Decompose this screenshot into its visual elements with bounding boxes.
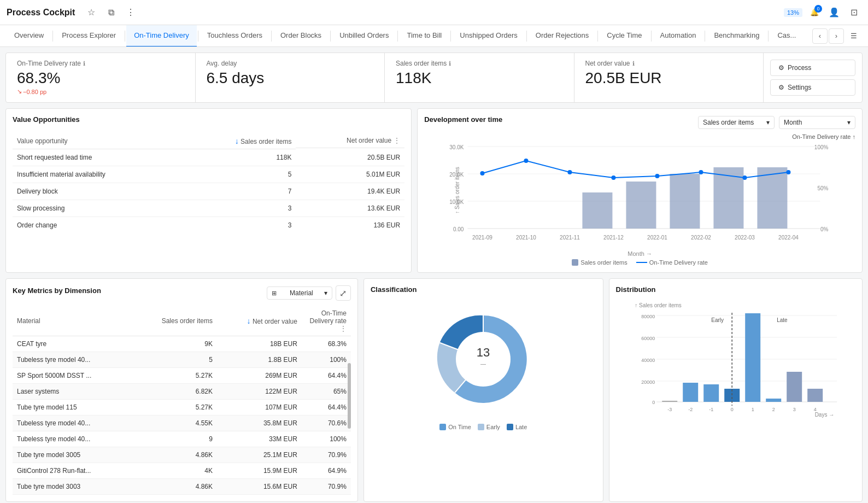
km-table-row[interactable]: Laser systems 6.82K 122M EUR 65% (13, 384, 351, 400)
svg-text:Early: Early (711, 317, 724, 323)
process-icon: ⚙ (778, 64, 784, 72)
km-table-row[interactable]: GitiControl 278 Run-flat... 4K 15.9M EUR… (13, 463, 351, 479)
tab-order-rejections[interactable]: Order Rejections (528, 25, 597, 47)
km-cell-sales: 5 (132, 352, 217, 368)
dev-dropdown-metric[interactable]: Sales order items ▾ (698, 116, 775, 129)
kpi-sales-value: 118K (396, 69, 563, 87)
km-table-row[interactable]: Tube tyre model 3005 4.86K 25.1M EUR 70.… (13, 447, 351, 463)
otd-info-icon[interactable]: ℹ (83, 60, 85, 67)
tab-touchless-orders[interactable]: Touchless Orders (200, 25, 270, 47)
svg-rect-52 (703, 384, 719, 402)
km-cell-material: Tube tyre model 3003 (13, 479, 132, 495)
dev-chart-area: 30.0K 20.0K 10.0K 0.00 100% 50% 0% (424, 141, 855, 250)
km-table-row[interactable]: Tube tyre model 3003 4.86K 15.6M EUR 70.… (13, 479, 351, 495)
vo-cell-name: Short requested lead time (13, 149, 182, 166)
vo-table-row[interactable]: Delivery block 7 19.4K EUR (13, 183, 404, 200)
tab-automation[interactable]: Automation (653, 25, 704, 47)
legend-early: Early (478, 424, 500, 430)
vo-table-row[interactable]: Insufficient material availability 5 5.0… (13, 166, 404, 183)
vo-table-row[interactable]: Order change 3 136 EUR (13, 217, 404, 234)
km-table-row[interactable]: SP Sport 5000M DSST ... 5.27K 269M EUR 6… (13, 368, 351, 384)
tab-cas[interactable]: Cas... (770, 25, 804, 47)
vo-table-row[interactable]: Short requested lead time 118K 20.5B EUR (13, 149, 404, 166)
more-icon[interactable]: ⋮ (123, 5, 138, 20)
km-cell-sales: 4.86K (132, 479, 217, 495)
vo-cell-value: 13.6K EUR (296, 200, 404, 217)
svg-point-21 (699, 170, 703, 174)
km-table-body: CEAT tyre 9K 18B EUR 68.3% Tubeless tyre… (13, 336, 351, 495)
vo-cell-value: 20.5B EUR (296, 149, 404, 166)
vo-menu-icon[interactable]: ⋮ (394, 137, 400, 144)
km-cell-value: 107M EUR (217, 400, 302, 416)
scrollbar-thumb[interactable] (348, 363, 351, 429)
tab-unbilled-orders[interactable]: Unbilled Orders (332, 25, 396, 47)
donut-chart-svg: 13 — (429, 305, 538, 414)
nav-arrows: ‹ › (812, 28, 844, 44)
km-cell-sales: 6.82K (132, 384, 217, 400)
dist-chart-area: ↑ Sales order items 80000 60000 40000 20… (616, 299, 855, 419)
vo-header: Value Opportunities (13, 115, 404, 129)
km-cell-value: 1.8B EUR (217, 352, 302, 368)
sales-info-icon[interactable]: ℹ (449, 60, 451, 67)
km-table-row[interactable]: Tubeless tyre model 40... 5 1.8B EUR 100… (13, 352, 351, 368)
km-table-row[interactable]: CEAT tyre 9K 18B EUR 68.3% (13, 336, 351, 352)
svg-text:2: 2 (772, 407, 775, 412)
share-icon[interactable]: ⧉ (103, 5, 119, 20)
user-icon[interactable]: 👤 (826, 5, 842, 20)
km-table-row[interactable]: Tubeless tyre model 40... 4.55K 35.8M EU… (13, 416, 351, 431)
process-button[interactable]: ⚙ Process (770, 60, 855, 76)
tab-time-to-bill[interactable]: Time to Bill (399, 25, 449, 47)
vo-table-row[interactable]: Slow processing 3 13.6K EUR (13, 200, 404, 217)
km-cell-material: Tube tyre model 3005 (13, 447, 132, 463)
svg-text:2021-10: 2021-10 (516, 235, 536, 241)
nav-sep-10 (651, 31, 652, 42)
km-cell-otd: 64.4% (302, 400, 351, 416)
tab-process-explorer[interactable]: Process Explorer (54, 25, 124, 47)
svg-point-16 (480, 171, 485, 176)
tab-order-blocks[interactable]: Order Blocks (273, 25, 329, 47)
svg-rect-55 (745, 313, 760, 402)
dist-chart-svg: ↑ Sales order items 80000 60000 40000 20… (616, 299, 855, 425)
km-cell-material: CEAT tyre (13, 336, 132, 352)
sort-icon-net[interactable]: ↓ (247, 317, 251, 325)
vo-cell-name: Delivery block (13, 183, 182, 200)
tab-on-time-delivery[interactable]: On-Time Delivery (126, 25, 197, 47)
dev-dropdown-period[interactable]: Month ▾ (779, 116, 855, 129)
km-cell-value: 33M EUR (217, 431, 302, 447)
tab-cycle-time[interactable]: Cycle Time (599, 25, 649, 47)
tab-unshipped-orders[interactable]: Unshipped Orders (452, 25, 525, 47)
tab-overview[interactable]: Overview (7, 25, 51, 47)
nav-menu-button[interactable]: ☰ (846, 28, 861, 44)
nav-left-arrow[interactable]: ‹ (812, 28, 828, 44)
km-table-row[interactable]: Tube tyre model 115 5.27K 107M EUR 64.4% (13, 400, 351, 416)
svg-text:40000: 40000 (641, 358, 655, 363)
sort-icon-sales[interactable]: ↓ (235, 137, 239, 145)
svg-text:2021-12: 2021-12 (603, 235, 624, 241)
svg-rect-11 (583, 192, 613, 229)
svg-text:2022-01: 2022-01 (647, 235, 667, 241)
svg-text:-1: -1 (709, 407, 713, 412)
svg-rect-57 (787, 372, 802, 402)
kpi-otd-value: 68.3% (17, 69, 184, 87)
km-cell-material: SP Sport 5000M DSST ... (13, 368, 132, 384)
nav-sep-9 (597, 31, 598, 42)
vo-cell-sales: 5 (182, 166, 296, 183)
km-export-icon[interactable]: ⤢ (336, 285, 351, 301)
km-cell-otd: 68.3% (302, 336, 351, 352)
notification-bell[interactable]: 🔔 0 (807, 5, 822, 20)
km-menu-icon[interactable]: ⋮ (340, 325, 347, 332)
bookmark-icon[interactable]: ☆ (84, 5, 99, 20)
nav-sep-6 (397, 31, 398, 42)
km-cell-value: 18B EUR (217, 336, 302, 352)
net-info-icon[interactable]: ℹ (632, 60, 635, 67)
settings-button[interactable]: ⚙ Settings (770, 79, 855, 96)
tab-benchmarking[interactable]: Benchmarking (706, 25, 767, 47)
legend-bar-color (572, 259, 578, 266)
km-cell-value: 15.9M EUR (217, 463, 302, 479)
nav-right-arrow[interactable]: › (829, 28, 844, 44)
km-table-header: Material Sales order items ↓ Net order v… (13, 306, 351, 336)
km-dropdown[interactable]: ⊞ Material ▾ (267, 286, 332, 300)
km-table-row[interactable]: Tubeless tyre model 40... 9 33M EUR 100% (13, 431, 351, 447)
x-axis-label: Month → (627, 250, 652, 257)
expand-icon[interactable]: ⊡ (846, 5, 861, 20)
